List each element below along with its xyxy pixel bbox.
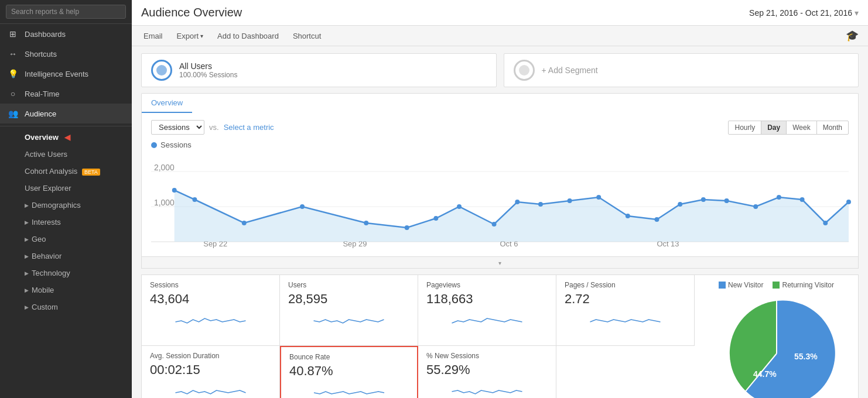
- all-users-segment[interactable]: All Users 100.00% Sessions: [141, 53, 497, 87]
- metric-pageviews-label: Pageviews: [426, 281, 548, 289]
- collapse-icon: ▾: [498, 260, 501, 266]
- triangle-icon-custom: ▶: [25, 304, 29, 310]
- sidebar-search-container: [0, 0, 132, 24]
- export-button[interactable]: Export ▾: [175, 30, 206, 42]
- metric-pageviews: Pageviews 118,663: [418, 275, 556, 346]
- time-btn-day[interactable]: Day: [761, 121, 787, 135]
- sidebar-sub-active-users-label: Active Users: [25, 150, 67, 159]
- metric-users-value: 28,595: [288, 291, 409, 307]
- realtime-icon: ○: [7, 89, 19, 98]
- metric-sessions-label: Sessions: [150, 281, 271, 289]
- chart-point: [753, 204, 758, 209]
- chart-point: [655, 217, 659, 222]
- sidebar-sub-behavior-label: Behavior: [32, 252, 61, 260]
- metric-sessions: Sessions 43,604: [142, 275, 280, 346]
- metric-new-sessions-label: % New Sessions: [426, 352, 548, 360]
- pie-legend-returning: Returning Visitor: [773, 281, 834, 289]
- sidebar-sub-geo[interactable]: ▶ Geo: [0, 231, 132, 248]
- sidebar-sub-interests-label: Interests: [32, 218, 61, 227]
- chart-point: [364, 221, 368, 225]
- metric-pages-per-session-value: 2.72: [565, 291, 686, 307]
- sidebar-item-dashboards[interactable]: ⊞ Dashboards: [0, 24, 132, 44]
- chart-point: [492, 222, 497, 227]
- metrics-grid: Sessions 43,604 Users 28,595 Pageviews 1…: [141, 275, 695, 398]
- chart-point: [457, 204, 462, 209]
- time-btn-hourly[interactable]: Hourly: [728, 121, 761, 135]
- sidebar-nav: ⊞ Dashboards ↔ Shortcuts 💡 Intelligence …: [0, 24, 132, 315]
- sidebar-item-audience[interactable]: 👥 Audience: [0, 104, 132, 123]
- sidebar-item-realtime[interactable]: ○ Real-Time: [0, 84, 132, 104]
- audience-icon: 👥: [7, 109, 19, 118]
- sidebar-item-dashboards-label: Dashboards: [25, 30, 66, 39]
- legend-label: Sessions: [160, 140, 192, 149]
- sparkline-sessions: [150, 310, 271, 327]
- metric-select[interactable]: Sessions: [151, 120, 204, 135]
- time-btn-month[interactable]: Month: [816, 121, 849, 135]
- sidebar-sub-mobile[interactable]: ▶ Mobile: [0, 282, 132, 298]
- all-users-pct: 100.00% Sessions: [179, 71, 237, 79]
- sidebar-sub-cohort[interactable]: Cohort Analysis BETA: [0, 163, 132, 180]
- select-metric-link[interactable]: Select a metric: [224, 123, 274, 132]
- add-to-dashboard-button[interactable]: Add to Dashboard: [215, 30, 281, 42]
- pie-legend-color-new: [719, 282, 726, 289]
- line-chart-wrapper: 2,000 1,000 Sep 22 Sep 29 Oct 6 Oct 13: [151, 154, 849, 249]
- pie-legend-returning-label: Returning Visitor: [782, 281, 834, 289]
- sparkline-new-sessions: [426, 381, 548, 397]
- chart-point: [515, 200, 520, 204]
- metric-sessions-value: 43,604: [150, 291, 271, 307]
- shortcut-button[interactable]: Shortcut: [291, 30, 323, 42]
- legend-dot: [151, 142, 157, 148]
- chart-point: [433, 216, 438, 221]
- sidebar-sub-overview[interactable]: Overview ◀: [0, 129, 132, 146]
- pie-legend-new: New Visitor: [719, 281, 763, 289]
- metrics-section: Sessions 43,604 Users 28,595 Pageviews 1…: [141, 275, 859, 398]
- metric-new-sessions-value: 55.29%: [426, 362, 548, 378]
- metric-avg-session-duration-label: Avg. Session Duration: [150, 352, 271, 360]
- vs-label: vs.: [209, 123, 219, 132]
- pie-chart: 55.3% 44.7%: [718, 295, 835, 398]
- export-chevron-icon: ▾: [200, 33, 203, 39]
- chart-point: [172, 188, 177, 193]
- sidebar-sub-overview-label: Overview: [25, 133, 59, 142]
- chart-area-fill: [175, 190, 849, 242]
- add-segment-card[interactable]: + Add Segment: [504, 53, 859, 87]
- sidebar-sub-demographics[interactable]: ▶ Demographics: [0, 197, 132, 214]
- sidebar-item-intelligence[interactable]: 💡 Intelligence Events: [0, 64, 132, 84]
- chart-point: [405, 225, 409, 230]
- chart-legend: Sessions: [151, 140, 849, 149]
- sparkline-users: [288, 310, 409, 327]
- collapse-handle[interactable]: ▾: [141, 257, 859, 269]
- sidebar-sub-interests[interactable]: ▶ Interests: [0, 214, 132, 231]
- sidebar-sub-behavior[interactable]: ▶ Behavior: [0, 248, 132, 265]
- pie-section: New Visitor Returning Visitor 55.3%: [695, 275, 859, 398]
- chart-point: [242, 221, 247, 225]
- chart-point: [568, 198, 572, 203]
- sidebar-sub-active-users[interactable]: Active Users: [0, 146, 132, 163]
- sidebar-sub-technology[interactable]: ▶ Technology: [0, 265, 132, 282]
- metric-avg-session-duration: Avg. Session Duration 00:02:15: [142, 346, 280, 399]
- search-input[interactable]: [6, 5, 126, 19]
- date-range[interactable]: Sep 21, 2016 - Oct 21, 2016 ▾: [749, 8, 859, 18]
- sidebar-item-shortcuts-label: Shortcuts: [25, 50, 57, 59]
- shortcuts-icon: ↔: [7, 49, 19, 59]
- sidebar-item-shortcuts[interactable]: ↔ Shortcuts: [0, 44, 132, 64]
- chart-controls: Sessions vs. Select a metric Hourly Day …: [151, 120, 849, 135]
- sidebar: ⊞ Dashboards ↔ Shortcuts 💡 Intelligence …: [0, 0, 132, 398]
- all-users-info: All Users 100.00% Sessions: [179, 61, 237, 79]
- tab-overview[interactable]: Overview: [142, 94, 192, 113]
- chart-point: [846, 200, 851, 204]
- email-button[interactable]: Email: [141, 30, 165, 42]
- beta-badge: BETA: [82, 169, 100, 176]
- metric-users-label: Users: [288, 281, 409, 289]
- sidebar-divider: [0, 126, 132, 126]
- pie-legend-color-returning: [773, 282, 780, 289]
- export-label: Export: [177, 32, 199, 40]
- sparkline-bounce-rate: [289, 382, 409, 399]
- sidebar-sub-user-explorer[interactable]: User Explorer: [0, 180, 132, 197]
- page-title: Audience Overview: [141, 6, 242, 19]
- toolbar: Email Export ▾ Add to Dashboard Shortcut…: [132, 26, 868, 46]
- sidebar-sub-custom[interactable]: ▶ Custom: [0, 298, 132, 315]
- sparkline-pageviews: [426, 310, 548, 327]
- time-btn-week[interactable]: Week: [786, 121, 816, 135]
- pie-legend-new-label: New Visitor: [728, 281, 763, 289]
